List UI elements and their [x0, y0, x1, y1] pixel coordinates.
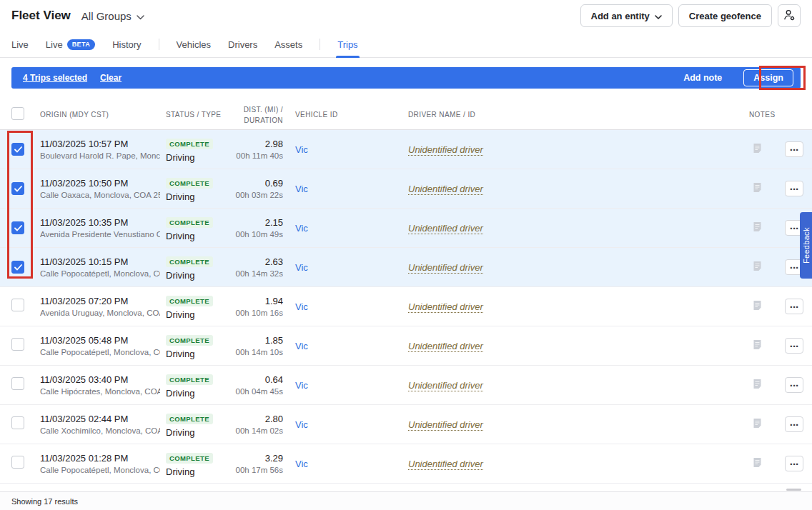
trip-origin-address: Calle Hipócrates, Monclova, COA 25...: [40, 387, 160, 396]
tab-assets[interactable]: Assets: [274, 31, 302, 57]
trip-distance: 2.15: [224, 217, 283, 228]
row-actions-button[interactable]: ...: [785, 456, 803, 471]
row-checkbox[interactable]: [11, 143, 24, 156]
driver-link[interactable]: Unidentified driver: [408, 184, 483, 195]
row-actions-button[interactable]: ...: [785, 181, 803, 196]
trip-duration: 00h 14m 02s: [224, 426, 283, 435]
clear-selection-link[interactable]: Clear: [100, 73, 122, 83]
trips-selected-link[interactable]: 4 Trips selected: [23, 73, 87, 83]
results-footer: Showing 17 results: [0, 491, 812, 510]
row-checkbox[interactable]: [11, 456, 24, 469]
trip-row[interactable]: 11/03/2025 10:50 PM Calle Oaxaca, Monclo…: [0, 169, 812, 209]
vehicle-link[interactable]: Vic: [295, 223, 308, 234]
vehicle-link[interactable]: Vic: [295, 144, 308, 155]
note-icon[interactable]: [753, 221, 762, 232]
row-actions-button[interactable]: ...: [785, 416, 803, 432]
trip-row[interactable]: 11/03/2025 01:28 PM Calle Popocatépetl, …: [0, 444, 812, 484]
tab-drivers[interactable]: Drivers: [228, 31, 257, 57]
select-all-checkbox[interactable]: [11, 107, 24, 120]
trip-origin-time: 11/03/2025 02:44 PM: [40, 414, 160, 424]
row-checkbox[interactable]: [11, 182, 24, 195]
note-icon[interactable]: [753, 300, 762, 311]
trip-distance: 2.63: [224, 256, 283, 267]
row-actions-button[interactable]: ...: [785, 377, 803, 393]
note-icon[interactable]: [753, 418, 762, 429]
driver-link[interactable]: Unidentified driver: [408, 380, 483, 391]
trip-origin-address: Calle Oaxaca, Monclova, COA 25700: [40, 191, 160, 199]
trip-origin-time: 11/03/2025 03:40 PM: [40, 374, 160, 385]
column-header-vehicle-id: VEHICLE ID: [283, 111, 402, 119]
driver-link[interactable]: Unidentified driver: [408, 419, 483, 431]
add-entity-button[interactable]: Add an entity: [580, 4, 673, 27]
trip-origin-time: 11/03/2025 05:48 PM: [40, 335, 160, 346]
tab-live[interactable]: Live: [11, 31, 29, 57]
row-actions-button[interactable]: ...: [785, 299, 803, 314]
driver-link[interactable]: Unidentified driver: [408, 223, 483, 234]
vehicle-link[interactable]: Vic: [295, 341, 308, 351]
trip-origin-time: 11/03/2025 10:57 PM: [40, 139, 160, 149]
assign-button[interactable]: Assign: [743, 69, 793, 86]
user-settings-button[interactable]: [778, 4, 801, 27]
trip-origin-address: Avenida Presidente Venustiano Carr...: [40, 230, 160, 239]
chevron-down-icon: [655, 11, 662, 21]
group-selector-dropdown[interactable]: All Groups: [81, 10, 144, 22]
trip-row[interactable]: 11/03/2025 07:20 PM Avenida Uruguay, Mon…: [0, 287, 812, 326]
trip-row[interactable]: 11/03/2025 10:15 PM Calle Popocatépetl, …: [0, 248, 812, 287]
driver-link[interactable]: Unidentified driver: [408, 144, 483, 156]
feedback-tab[interactable]: Feedback: [800, 212, 812, 279]
trip-origin-time: 11/03/2025 10:15 PM: [40, 256, 160, 267]
column-header-origin: ORIGIN (MDY CST): [40, 111, 166, 119]
row-checkbox[interactable]: [11, 221, 24, 234]
horizontal-scrollbar-thumb[interactable]: [786, 489, 801, 491]
driver-link[interactable]: Unidentified driver: [408, 459, 483, 470]
trip-row[interactable]: 11/03/2025 02:44 PM Calle Xochimilco, Mo…: [0, 405, 812, 444]
driver-link[interactable]: Unidentified driver: [408, 341, 483, 352]
trip-origin-address: Avenida Uruguay, Monclova, COA 2...: [40, 309, 160, 317]
trip-type: Driving: [166, 388, 224, 399]
driver-link[interactable]: Unidentified driver: [408, 301, 483, 313]
note-icon[interactable]: [753, 182, 762, 193]
trip-duration: 00h 04m 45s: [224, 387, 283, 396]
vehicle-link[interactable]: Vic: [295, 301, 308, 312]
trip-duration: 00h 10m 16s: [224, 309, 283, 317]
create-geofence-button[interactable]: Create geofence: [678, 4, 772, 27]
page-title: Fleet View: [11, 9, 71, 23]
vehicle-link[interactable]: Vic: [295, 262, 308, 273]
tab-history[interactable]: History: [112, 31, 141, 57]
row-checkbox[interactable]: [11, 338, 24, 351]
trip-type: Driving: [166, 231, 224, 241]
trip-duration: 00h 03m 22s: [224, 191, 283, 199]
row-checkbox[interactable]: [11, 416, 24, 429]
vehicle-link[interactable]: Vic: [295, 419, 308, 430]
trips-table: ORIGIN (MDY CST) STATUS / TYPE DIST. (MI…: [0, 100, 812, 484]
tab-live-beta[interactable]: Live BETA: [46, 31, 95, 57]
tab-vehicles[interactable]: Vehicles: [177, 31, 211, 57]
trip-status-badge: COMPLETE: [166, 414, 213, 424]
header-actions: Add an entity Create geofence: [580, 4, 801, 27]
note-icon[interactable]: [753, 339, 762, 350]
trip-row[interactable]: 11/03/2025 10:35 PM Avenida Presidente V…: [0, 209, 812, 248]
column-header-status: STATUS / TYPE: [166, 111, 224, 119]
trip-origin-time: 11/03/2025 07:20 PM: [40, 296, 160, 306]
vehicle-link[interactable]: Vic: [295, 459, 308, 469]
add-note-button[interactable]: Add note: [675, 70, 731, 86]
tab-trips[interactable]: Trips: [337, 31, 357, 57]
row-actions-button[interactable]: ...: [785, 338, 803, 354]
trip-row[interactable]: 11/03/2025 03:40 PM Calle Hipócrates, Mo…: [0, 366, 812, 405]
row-actions-button[interactable]: ...: [785, 141, 803, 157]
note-icon[interactable]: [753, 379, 762, 389]
trip-distance: 2.80: [224, 414, 283, 424]
vehicle-link[interactable]: Vic: [295, 380, 308, 391]
trip-status-badge: COMPLETE: [166, 335, 213, 346]
row-checkbox[interactable]: [11, 261, 24, 274]
row-checkbox[interactable]: [11, 299, 24, 311]
note-icon[interactable]: [753, 261, 762, 271]
row-checkbox[interactable]: [11, 377, 24, 390]
note-icon[interactable]: [753, 457, 762, 468]
vehicle-link[interactable]: Vic: [295, 184, 308, 194]
trip-row[interactable]: 11/03/2025 10:57 PM Boulevard Harold R. …: [0, 130, 812, 169]
note-icon[interactable]: [753, 143, 762, 154]
trip-status-badge: COMPLETE: [166, 453, 213, 464]
driver-link[interactable]: Unidentified driver: [408, 262, 483, 274]
trip-row[interactable]: 11/03/2025 05:48 PM Calle Popocatépetl, …: [0, 326, 812, 366]
